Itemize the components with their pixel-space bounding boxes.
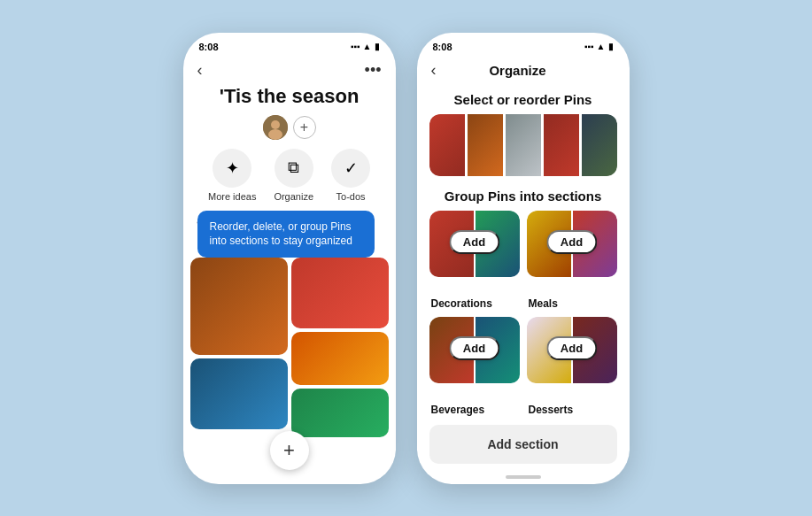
add-section-button[interactable]: Add section [429, 425, 617, 464]
more-ideas-button[interactable]: ✦ More ideas [208, 149, 256, 202]
pin-item[interactable] [190, 358, 288, 429]
desserts-card: Add [527, 317, 617, 401]
action-buttons: ✦ More ideas ⧉ Organize ✓ To-dos [183, 149, 396, 202]
organize-content: Select or reorder Pins Group Pins into s… [417, 85, 630, 470]
select-reorder-title: Select or reorder Pins [429, 92, 617, 107]
decorations-label: Decorations [429, 297, 520, 310]
pin-item[interactable] [190, 258, 288, 355]
pin-count-row: 45 Reorder, delete, or group Pins into s… [183, 211, 396, 231]
desserts-section: Add Desserts [527, 317, 617, 416]
pin-item[interactable] [291, 332, 389, 385]
back-button-right[interactable]: ‹ [431, 61, 437, 80]
time-left: 8:08 [199, 42, 219, 52]
board-title: 'Tis the season [183, 85, 396, 108]
left-phone: 8:08 ▪▪▪ ▲ ▮ ‹ ••• 'Tis the season + [183, 33, 396, 484]
status-bar-right: 8:08 ▪▪▪ ▲ ▮ [417, 33, 630, 56]
bottom-indicator [506, 475, 541, 479]
signal-icon-right: ▪▪▪ [584, 42, 594, 51]
avatar-row: + [183, 115, 396, 140]
svg-point-2 [268, 129, 282, 140]
time-right: 8:08 [433, 42, 452, 52]
add-pin-button[interactable]: + [270, 431, 309, 470]
add-beverages-button[interactable]: Add [449, 336, 499, 360]
strip-pin-4[interactable] [544, 114, 579, 176]
add-decorations-button[interactable]: Add [449, 230, 499, 254]
tooltip-bubble: Reorder, delete, or group Pins into sect… [197, 211, 375, 258]
wifi-icon: ▲ [363, 42, 372, 51]
add-collaborator-button[interactable]: + [293, 116, 316, 139]
battery-icon: ▮ [375, 42, 380, 51]
group-pins-title: Group Pins into sections [429, 189, 617, 204]
more-options-button[interactable]: ••• [365, 61, 382, 80]
signal-icon: ▪▪▪ [351, 42, 360, 51]
tooltip-text: Reorder, delete, or group Pins into sect… [210, 220, 352, 248]
organize-label: Organize [274, 191, 313, 202]
strip-pin-1[interactable] [429, 114, 465, 176]
decorations-section: Add Decorations [429, 211, 520, 310]
status-icons-left: ▪▪▪ ▲ ▮ [351, 42, 380, 51]
nav-bar-left: ‹ ••• [183, 56, 396, 85]
decorations-card: Add [429, 211, 520, 295]
strip-pin-5[interactable] [582, 114, 617, 176]
pin-item[interactable] [291, 389, 389, 437]
back-button-left[interactable]: ‹ [197, 61, 203, 80]
strip-pin-3[interactable] [506, 114, 541, 176]
beverages-section: Add Beverages [429, 317, 520, 416]
beverages-card: Add [429, 317, 520, 401]
todos-label: To-dos [336, 191, 366, 202]
avatar [263, 115, 288, 140]
pin-strip [429, 114, 617, 176]
more-ideas-label: More ideas [208, 191, 256, 202]
add-meals-button[interactable]: Add [546, 230, 597, 254]
organize-title: Organize [489, 63, 545, 78]
right-phone: 8:08 ▪▪▪ ▲ ▮ ‹ Organize Select or reorde… [417, 33, 630, 484]
meals-label: Meals [527, 297, 617, 310]
status-icons-right: ▪▪▪ ▲ ▮ [584, 42, 614, 51]
phones-container: 8:08 ▪▪▪ ▲ ▮ ‹ ••• 'Tis the season + [183, 33, 630, 484]
sections-grid: Add Decorations Add Meals [429, 211, 617, 416]
pin-item[interactable] [291, 258, 389, 328]
status-bar-left: 8:08 ▪▪▪ ▲ ▮ [183, 33, 396, 56]
todos-icon: ✓ [331, 149, 370, 188]
top-nav-right: ‹ Organize [417, 56, 630, 85]
organize-button[interactable]: ⧉ Organize [274, 149, 313, 202]
add-desserts-button[interactable]: Add [546, 336, 597, 360]
wifi-icon-right: ▲ [597, 42, 606, 51]
beverages-label: Beverages [429, 404, 520, 416]
meals-section: Add Meals [527, 211, 617, 310]
more-ideas-icon: ✦ [213, 149, 251, 188]
todos-button[interactable]: ✓ To-dos [331, 149, 370, 202]
strip-pin-2[interactable] [468, 114, 503, 176]
desserts-label: Desserts [527, 404, 617, 416]
battery-icon-right: ▮ [608, 42, 614, 51]
svg-point-1 [271, 120, 280, 129]
organize-icon: ⧉ [275, 149, 313, 188]
meals-card: Add [527, 211, 617, 295]
